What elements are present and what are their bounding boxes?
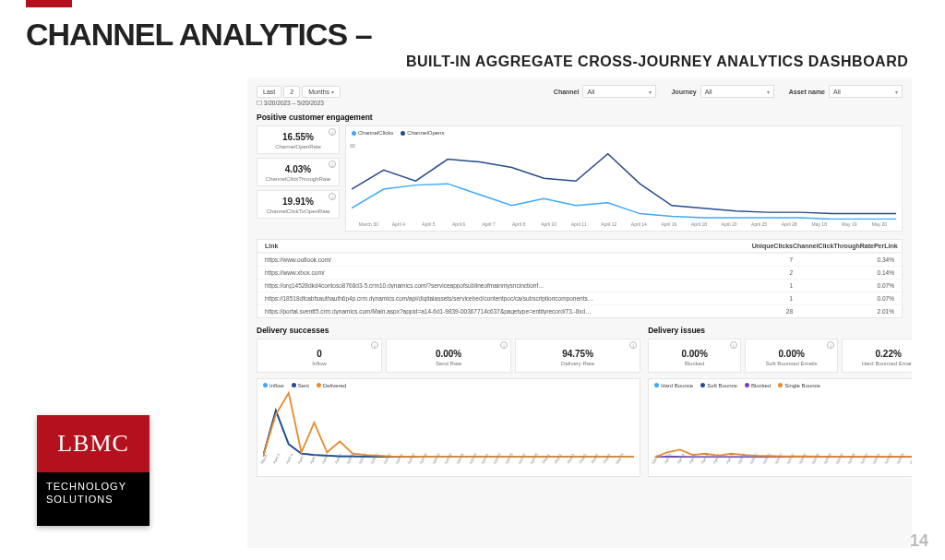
page-number: 14	[910, 531, 928, 551]
date-range-display[interactable]: ☐ 3/20/2023 – 5/20/2023	[247, 100, 912, 111]
delivery-issues-chart[interactable]: Hard BounceSoft BounceBlockedSingle Boun…	[648, 378, 912, 477]
chart-legend: ChannelClicks ChannelOpens	[352, 130, 896, 136]
table-row[interactable]: https://www.xbox.com/20.14%	[257, 266, 902, 279]
stat-ctr: i 4.03% ChannelClickThroughRate	[257, 158, 340, 186]
logo-block: LBMC TECHNOLOGY SOLUTIONS	[37, 415, 150, 526]
asset-filter-dropdown[interactable]: All▾	[829, 85, 903, 98]
info-icon[interactable]: i	[500, 341, 508, 349]
chevron-down-icon: ▾	[649, 89, 652, 95]
channel-filter-dropdown[interactable]: All▾	[582, 85, 656, 98]
chart-legend: Hard BounceSoft BounceBlockedSingle Boun…	[654, 383, 912, 388]
delivery-issues-title: Delivery issues	[648, 324, 912, 339]
journey-filter-label: Journey	[671, 89, 696, 95]
engagement-section-title: Positive customer engagement	[247, 111, 912, 125]
stat-click-to-open: i 19.91% ChannelClickToOpenRate	[257, 190, 340, 219]
link-performance-table: Link UniqueClicks ChannelClickThroughRat…	[257, 239, 903, 318]
stat-card: i0Inflow	[257, 339, 382, 373]
range-unit-dropdown[interactable]: Months ▾	[302, 86, 341, 98]
date-range-selector[interactable]: Last 2 Months ▾	[257, 86, 341, 98]
info-icon[interactable]: i	[827, 341, 834, 349]
col-header-link[interactable]: Link	[265, 243, 737, 249]
info-icon[interactable]: i	[629, 341, 637, 349]
chevron-down-icon: ▾	[331, 89, 334, 95]
info-icon[interactable]: i	[371, 341, 378, 349]
stat-card: i0.00%Blocked	[648, 339, 741, 373]
stat-card: i0.00%Soft Bounced Emails	[745, 339, 838, 373]
page-subtitle: BUILT-IN AGGREGATE CROSS-JOURNEY ANALYTI…	[406, 54, 908, 70]
engagement-line-chart[interactable]: ChannelClicks ChannelOpens 60 March 30Ap…	[345, 125, 903, 232]
col-header-ctr-per-link[interactable]: ChannelClickThroughRatePerLink	[793, 243, 894, 249]
stat-card: i0.00%Send Rate	[386, 339, 511, 373]
chart-legend: InflowSentDelivered	[263, 383, 634, 388]
chart-canvas	[654, 390, 912, 458]
chart-canvas	[263, 390, 634, 458]
table-row[interactable]: https://org14528dkd4contoso8768d3-5.crm1…	[257, 279, 902, 292]
info-icon[interactable]: i	[329, 128, 336, 136]
logo-mark: LBMC	[37, 415, 150, 472]
dashboard-screenshot: Last 2 Months ▾ Channel All▾ Journey All…	[247, 77, 912, 548]
info-icon[interactable]: i	[329, 161, 336, 168]
chart-canvas	[352, 137, 896, 220]
logo-text: TECHNOLOGY SOLUTIONS	[37, 472, 150, 526]
channel-filter-label: Channel	[554, 89, 580, 95]
chevron-down-icon: ▾	[895, 89, 898, 95]
table-row[interactable]: https://portal.sventt5.crm.dynamics.com/…	[257, 304, 902, 317]
delivery-successes-chart[interactable]: InflowSentDelivered March 30April 3April…	[257, 378, 640, 477]
chart-xaxis: March 30April 3April 4April 5April 6Apri…	[263, 459, 634, 472]
page-title: CHANNEL ANALYTICS –	[26, 17, 372, 53]
table-row[interactable]: https://www.outlook.com/70.34%	[257, 253, 902, 266]
col-header-unique-clicks[interactable]: UniqueClicks	[737, 243, 793, 249]
table-row[interactable]: https://18518dfcabfsauthauth6p4p.crm.dyn…	[257, 292, 902, 304]
stat-card: i94.75%Delivery Rate	[515, 339, 640, 373]
journey-filter-dropdown[interactable]: All▾	[700, 85, 774, 98]
filter-bar: Last 2 Months ▾ Channel All▾ Journey All…	[247, 77, 912, 100]
accent-bar	[26, 0, 72, 7]
delivery-successes-title: Delivery successes	[257, 324, 640, 339]
info-icon[interactable]: i	[730, 341, 737, 349]
chart-xaxis: March 30April 4April 5April 6April 7Apri…	[352, 221, 896, 227]
stat-card: i0.22%Hard Bounced Emails	[842, 339, 912, 373]
stat-open-rate: i 16.55% ChannelOpenRate	[257, 125, 340, 154]
chevron-down-icon: ▾	[767, 89, 770, 95]
chart-xaxis: March 30April 3April 4April 5April 6Apri…	[654, 459, 912, 472]
info-icon[interactable]: i	[329, 193, 336, 200]
asset-filter-label: Asset name	[789, 89, 825, 95]
